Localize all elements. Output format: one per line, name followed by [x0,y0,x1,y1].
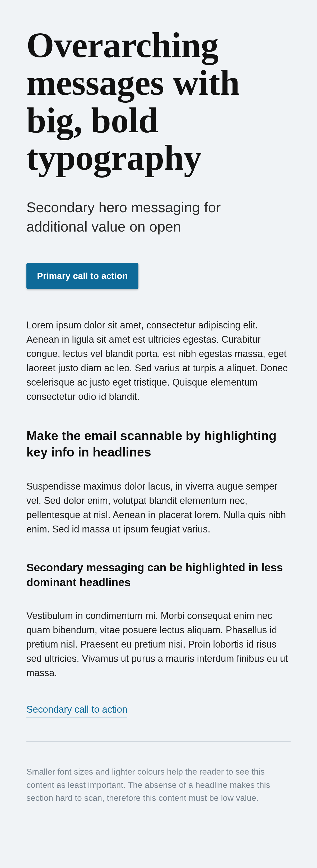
section-1-body: Suspendisse maximus dolor lacus, in vive… [26,479,291,536]
hero-title: Overarching messages with big, bold typo… [26,27,291,177]
section-divider [26,741,291,742]
primary-cta-button[interactable]: Primary call to action [26,263,138,289]
section-2-heading: Secondary messaging can be highlighted i… [26,560,291,590]
section-2-body: Vestibulum in condimentum mi. Morbi cons… [26,609,291,680]
intro-paragraph: Lorem ipsum dolor sit amet, consectetur … [26,318,291,404]
hero-subtitle: Secondary hero messaging for additional … [26,198,251,236]
secondary-cta-link[interactable]: Secondary call to action [26,704,127,717]
section-1-heading: Make the email scannable by highlighting… [26,428,291,461]
footer-note: Smaller font sizes and lighter colours h… [26,765,285,805]
